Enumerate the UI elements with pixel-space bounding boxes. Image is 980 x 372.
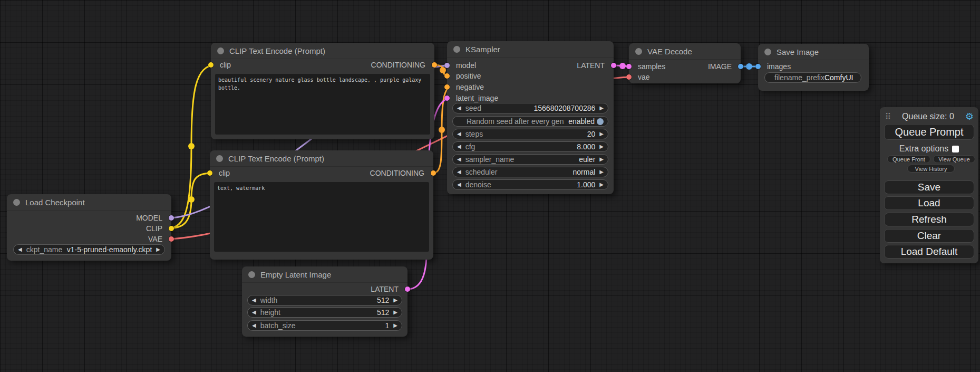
decrement-arrow-icon[interactable]: ◀ xyxy=(252,323,256,328)
node-title: VAE Decode xyxy=(647,47,692,56)
conditioning-output-port[interactable] xyxy=(431,170,436,176)
increment-arrow-icon[interactable]: ▶ xyxy=(156,247,160,252)
collapse-dot-icon[interactable] xyxy=(217,47,224,54)
node-title: KSampler xyxy=(465,45,500,54)
height-widget[interactable]: ◀ height 512 ▶ xyxy=(247,307,402,318)
extra-options-row: Extra options xyxy=(880,144,978,154)
latent-output-port[interactable] xyxy=(405,287,410,292)
denoise-widget[interactable]: ◀ denoise 1.000 ▶ xyxy=(452,179,608,190)
queue-panel[interactable]: ⠿ Queue size: 0 ⚙ Queue Prompt Extra opt… xyxy=(880,107,978,263)
image-output-port[interactable] xyxy=(738,64,743,69)
collapse-dot-icon[interactable] xyxy=(216,155,223,162)
view-queue-button[interactable]: View Queue xyxy=(933,155,975,163)
node-title-bar[interactable]: VAE Decode xyxy=(629,43,741,60)
increment-arrow-icon[interactable]: ▶ xyxy=(599,169,604,175)
node-save-image[interactable]: Save Image images filename_prefix ComfyU… xyxy=(758,44,869,91)
model-output-port[interactable] xyxy=(169,215,174,221)
images-input-port[interactable] xyxy=(755,64,761,69)
refresh-button[interactable]: Refresh xyxy=(884,213,974,226)
increment-arrow-icon[interactable]: ▶ xyxy=(599,131,604,137)
vae-output-port[interactable] xyxy=(169,236,174,242)
drag-handle-icon[interactable]: ⠿ xyxy=(885,112,891,121)
sampler-name-widget[interactable]: ◀ sampler_name euler ▶ xyxy=(452,154,608,165)
clip-output-port[interactable] xyxy=(169,226,174,231)
gear-icon[interactable]: ⚙ xyxy=(965,111,974,122)
view-history-button[interactable]: View History xyxy=(907,165,955,173)
node-title-bar[interactable]: CLIP Text Encode (Prompt) xyxy=(210,150,433,167)
decrement-arrow-icon[interactable]: ◀ xyxy=(457,182,461,187)
positive-prompt-textarea[interactable]: beautiful scenery nature glass bottle la… xyxy=(215,74,430,135)
node-title: Empty Latent Image xyxy=(260,270,331,279)
comfyui-canvas[interactable]: { "colors": { "model": "#b49be0", "clip"… xyxy=(0,0,980,372)
clip-input-port[interactable] xyxy=(207,170,212,176)
node-title-bar[interactable]: CLIP Text Encode (Prompt) xyxy=(211,43,434,59)
output-model: MODEL xyxy=(136,213,171,223)
negative-prompt-textarea[interactable]: text, watermark xyxy=(214,182,429,252)
collapse-dot-icon[interactable] xyxy=(764,49,771,55)
width-widget[interactable]: ◀ width 512 ▶ xyxy=(247,295,402,306)
decrement-arrow-icon[interactable]: ◀ xyxy=(457,169,461,175)
random-seed-toggle-widget[interactable]: Random seed after every gen enabled xyxy=(452,116,608,127)
increment-arrow-icon[interactable]: ▶ xyxy=(599,157,604,162)
node-title-bar[interactable]: Load Checkpoint xyxy=(7,194,171,211)
node-clip-text-encode-negative[interactable]: CLIP Text Encode (Prompt) clip CONDITION… xyxy=(210,150,433,260)
increment-arrow-icon[interactable]: ▶ xyxy=(599,182,604,187)
extra-options-checkbox[interactable] xyxy=(952,146,959,152)
samples-input-port[interactable] xyxy=(626,64,632,69)
wire-dot xyxy=(746,63,752,70)
node-title-bar[interactable]: KSampler xyxy=(447,41,614,58)
collapse-dot-icon[interactable] xyxy=(635,48,642,55)
filename-prefix-widget[interactable]: filename_prefix ComfyUI xyxy=(764,72,861,83)
node-load-checkpoint[interactable]: Load Checkpoint MODEL CLIP VAE ◀ ckpt_na… xyxy=(7,194,171,261)
seed-widget[interactable]: ◀ seed 156680208700286 ▶ xyxy=(452,103,608,113)
scheduler-widget[interactable]: ◀ scheduler normal ▶ xyxy=(452,167,608,177)
cfg-widget[interactable]: ◀ cfg 8.000 ▶ xyxy=(452,141,608,152)
toggle-dot-icon[interactable] xyxy=(597,118,604,125)
latent-output-port[interactable] xyxy=(611,63,616,68)
output-latent: LATENT xyxy=(371,284,407,294)
positive-input-port[interactable] xyxy=(444,73,450,79)
decrement-arrow-icon[interactable]: ◀ xyxy=(252,310,256,315)
increment-arrow-icon[interactable]: ▶ xyxy=(393,310,397,315)
vae-input-port[interactable] xyxy=(626,74,632,80)
queue-prompt-button[interactable]: Queue Prompt xyxy=(884,124,974,140)
decrement-arrow-icon[interactable]: ◀ xyxy=(457,157,461,162)
widget-label: ckpt_name xyxy=(26,245,62,254)
node-title-bar[interactable]: Save Image xyxy=(758,44,869,60)
collapse-dot-icon[interactable] xyxy=(453,46,460,53)
ckpt-name-widget[interactable]: ◀ ckpt_name v1-5-pruned-emaonly.ckpt ▶ xyxy=(13,244,165,255)
widget-value: v1-5-pruned-emaonly.ckpt xyxy=(67,245,152,254)
negative-input-port[interactable] xyxy=(444,84,450,90)
clear-button[interactable]: Clear xyxy=(884,229,974,243)
model-input-port[interactable] xyxy=(444,63,450,68)
node-clip-text-encode-positive[interactable]: CLIP Text Encode (Prompt) clip CONDITION… xyxy=(211,43,434,139)
increment-arrow-icon[interactable]: ▶ xyxy=(599,106,604,111)
decrement-arrow-icon[interactable]: ◀ xyxy=(457,106,461,111)
node-empty-latent-image[interactable]: Empty Latent Image LATENT ◀ width 512 ▶ … xyxy=(242,266,407,337)
save-button[interactable]: Save xyxy=(884,180,974,194)
clip-input-port[interactable] xyxy=(208,62,214,68)
load-button[interactable]: Load xyxy=(884,196,974,210)
output-image: IMAGE xyxy=(708,62,741,71)
collapse-dot-icon[interactable] xyxy=(248,271,255,278)
steps-widget[interactable]: ◀ steps 20 ▶ xyxy=(452,129,608,139)
node-title-bar[interactable]: Empty Latent Image xyxy=(242,266,407,283)
decrement-arrow-icon[interactable]: ◀ xyxy=(457,131,461,137)
batch-size-widget[interactable]: ◀ batch_size 1 ▶ xyxy=(247,320,402,331)
decrement-arrow-icon[interactable]: ◀ xyxy=(457,144,461,149)
decrement-arrow-icon[interactable]: ◀ xyxy=(18,247,22,252)
load-default-button[interactable]: Load Default xyxy=(884,245,974,259)
node-ksampler[interactable]: KSampler model positive negative latent_… xyxy=(447,41,614,194)
decrement-arrow-icon[interactable]: ◀ xyxy=(252,298,256,303)
queue-front-button[interactable]: Queue Front xyxy=(887,155,930,163)
input-negative: negative xyxy=(447,82,484,92)
queue-panel-header: ⠿ Queue size: 0 ⚙ xyxy=(880,111,978,122)
increment-arrow-icon[interactable]: ▶ xyxy=(393,323,397,328)
conditioning-output-port[interactable] xyxy=(432,62,437,68)
increment-arrow-icon[interactable]: ▶ xyxy=(393,298,397,303)
increment-arrow-icon[interactable]: ▶ xyxy=(599,144,604,149)
wire-dot xyxy=(439,127,445,133)
latent-image-input-port[interactable] xyxy=(444,96,450,101)
collapse-dot-icon[interactable] xyxy=(13,199,20,206)
node-vae-decode[interactable]: VAE Decode samples vae IMAGE xyxy=(629,43,741,83)
